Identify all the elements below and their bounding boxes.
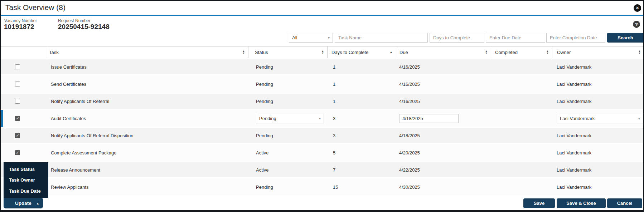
task-cell: Notify Applicants Of Referral Dispositio… bbox=[51, 133, 133, 138]
status-cell: Pending bbox=[256, 82, 273, 87]
cancel-button[interactable]: Cancel bbox=[607, 198, 642, 208]
owner-cell: Laci Vandermark bbox=[557, 167, 591, 173]
sort-icon[interactable]: ▲▼ bbox=[485, 50, 488, 54]
dialog-title: Task Overview (8) bbox=[5, 3, 66, 12]
row-checkbox[interactable] bbox=[15, 82, 20, 87]
owner-cell: Laci Vandermark bbox=[557, 82, 591, 87]
task-cell: Review Applicants bbox=[51, 184, 89, 190]
column-header-due[interactable]: Due ▲▼ bbox=[396, 46, 491, 58]
update-button[interactable]: Update ▲ bbox=[4, 198, 43, 208]
column-header-task[interactable]: Task ▲▼ bbox=[46, 46, 248, 58]
update-menu: Task Status Task Owner Task Due Date bbox=[4, 162, 48, 198]
row-checkbox[interactable] bbox=[15, 99, 20, 104]
task-cell: Notify Applicants Of Referral bbox=[51, 99, 109, 104]
table-body: Issue Certificates Pending Pending ▾ 1 4… bbox=[1, 58, 644, 196]
due-cell: 4/16/2025 bbox=[399, 82, 420, 87]
status-select-value: Pending bbox=[259, 116, 276, 121]
days-cell: 7 bbox=[333, 167, 335, 173]
save-and-close-button[interactable]: Save & Close bbox=[557, 198, 606, 208]
days-cell: 1 bbox=[333, 82, 335, 87]
owner-cell: Laci Vandermark bbox=[557, 150, 591, 156]
chevron-up-icon: ▲ bbox=[36, 202, 39, 205]
request-number-label: Request Number bbox=[58, 18, 91, 23]
table-row: Review Applicants Pending Pending ▾ 15 4… bbox=[1, 178, 644, 196]
status-cell: Pending bbox=[256, 64, 273, 70]
task-name-filter-input[interactable] bbox=[335, 33, 428, 43]
row-checkbox[interactable] bbox=[15, 116, 20, 121]
sort-icon[interactable]: ▲▼ bbox=[321, 50, 324, 54]
due-date-filter-input[interactable] bbox=[486, 33, 545, 43]
task-cell: Release Announcement bbox=[51, 167, 100, 173]
status-cell: Active bbox=[256, 150, 268, 156]
status-cell: Pending bbox=[256, 133, 273, 138]
chevron-down-icon: ▾ bbox=[638, 117, 640, 120]
status-cell: Pending bbox=[256, 184, 273, 190]
days-cell: 15 bbox=[333, 184, 338, 190]
column-header-checkbox bbox=[1, 46, 46, 58]
menu-item-task-status[interactable]: Task Status bbox=[4, 167, 48, 172]
status-cell: Active bbox=[256, 167, 268, 173]
vacancy-number-label: Vacancy Number bbox=[4, 18, 37, 23]
close-icon[interactable]: ✕ bbox=[634, 4, 641, 12]
sort-icon[interactable]: ▲▼ bbox=[638, 50, 641, 54]
column-header-days-to-complete[interactable]: Days to Complete ▲ bbox=[327, 46, 396, 58]
request-number-value: 20250415-92148 bbox=[58, 23, 110, 31]
task-type-select[interactable]: All ▾ bbox=[289, 33, 333, 43]
days-cell: 1 bbox=[333, 64, 335, 70]
save-button[interactable]: Save bbox=[523, 198, 555, 208]
row-checkbox[interactable] bbox=[15, 64, 20, 69]
table-row: Notify Applicants Of Referral Dispositio… bbox=[1, 127, 644, 144]
due-cell: 4/18/2025 bbox=[399, 133, 420, 138]
owner-select-value: Laci Vandermark bbox=[560, 116, 595, 121]
due-cell: 4/22/2025 bbox=[399, 167, 420, 173]
menu-item-task-owner[interactable]: Task Owner bbox=[4, 177, 48, 183]
due-date-input[interactable] bbox=[399, 114, 459, 123]
owner-cell: Laci Vandermark bbox=[557, 184, 591, 190]
task-type-select-value: All bbox=[292, 35, 297, 40]
chevron-down-icon: ▾ bbox=[328, 36, 330, 40]
due-cell: 4/20/2025 bbox=[399, 150, 420, 156]
completion-date-filter-input[interactable] bbox=[546, 33, 605, 43]
column-header-status[interactable]: Status ▲▼ bbox=[248, 46, 327, 58]
table-row: Issue Certificates Pending Pending ▾ 1 4… bbox=[1, 58, 644, 75]
due-cell: 4/30/2025 bbox=[399, 184, 420, 190]
column-header-completed[interactable]: Completed ▲▼ bbox=[491, 46, 552, 58]
task-cell: Complete Assessment Package bbox=[51, 150, 117, 156]
chevron-down-icon: ▾ bbox=[319, 117, 321, 120]
owner-cell: Laci Vandermark bbox=[557, 133, 591, 138]
owner-select[interactable]: Laci Vandermark ▾ bbox=[557, 114, 643, 123]
days-cell: 3 bbox=[333, 133, 335, 138]
table-row: Send Certificates Pending Pending ▾ 1 4/… bbox=[1, 75, 644, 93]
task-overview-dialog: Task Overview (8) ✕ Vacancy Number 10191… bbox=[0, 0, 644, 212]
title-divider bbox=[1, 15, 643, 16]
menu-item-task-due-date[interactable]: Task Due Date bbox=[4, 188, 48, 194]
row-checkbox[interactable] bbox=[15, 133, 20, 138]
days-cell: 5 bbox=[333, 150, 335, 156]
owner-cell: Laci Vandermark bbox=[557, 64, 591, 70]
due-cell: 4/16/2025 bbox=[399, 99, 420, 104]
sort-icon[interactable]: ▲▼ bbox=[242, 50, 245, 54]
task-cell: Send Certificates bbox=[51, 82, 86, 87]
task-cell: Issue Certificates bbox=[51, 64, 87, 70]
days-to-complete-filter-input[interactable] bbox=[430, 33, 484, 43]
table-row: Notify Applicants Of Referral Pending Pe… bbox=[1, 93, 644, 110]
days-cell: 3 bbox=[333, 116, 335, 121]
vacancy-number-value: 10191872 bbox=[4, 23, 34, 31]
task-cell: Audit Certificates bbox=[51, 116, 86, 121]
column-header-owner[interactable]: Owner ▲▼ bbox=[552, 46, 644, 58]
table-row: Complete Assessment Package Active Activ… bbox=[1, 144, 644, 161]
status-cell: Pending bbox=[256, 99, 273, 104]
help-icon[interactable]: ? bbox=[633, 21, 640, 28]
table-row: Release Announcement Active Active ▾ 7 4… bbox=[1, 161, 644, 178]
due-cell: 4/16/2025 bbox=[399, 64, 420, 70]
table-header: Task ▲▼ Status ▲▼ Days to Complete ▲ Due… bbox=[1, 46, 644, 58]
status-select[interactable]: Pending ▾ bbox=[256, 114, 324, 123]
table-row: Audit Certificates Pending Pending ▾ 3 4… bbox=[1, 110, 644, 127]
sort-icon[interactable]: ▲▼ bbox=[546, 50, 549, 54]
days-cell: 1 bbox=[333, 99, 335, 104]
sort-ascending-icon[interactable]: ▲ bbox=[389, 50, 393, 54]
search-button[interactable]: Search bbox=[607, 33, 644, 43]
owner-cell: Laci Vandermark bbox=[557, 99, 591, 104]
row-checkbox[interactable] bbox=[15, 150, 20, 155]
